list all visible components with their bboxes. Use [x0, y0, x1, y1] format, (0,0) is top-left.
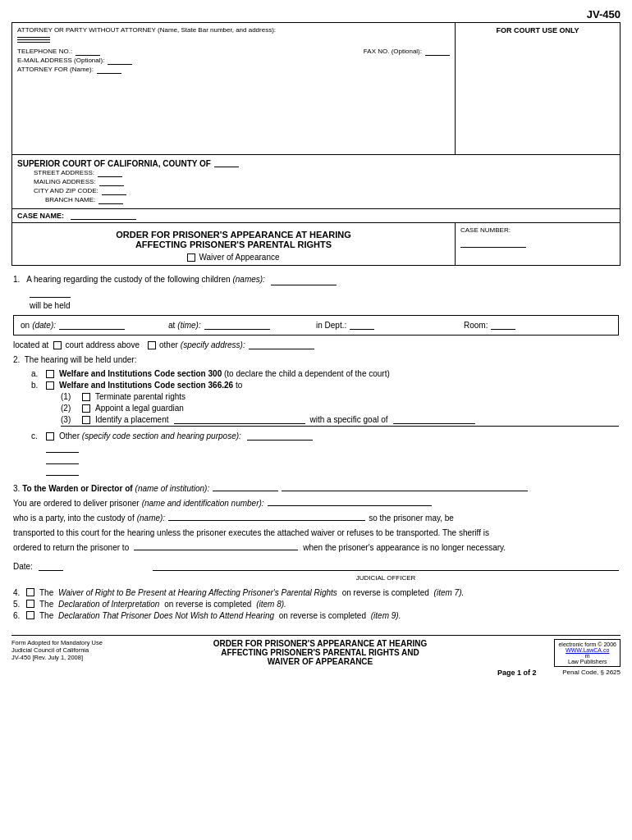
footer-title2: AFFECTING PRISONER'S PARENTAL RIGHTS AND — [143, 648, 497, 657]
case-name-row: CASE NAME: — [11, 209, 621, 223]
item-c-row: c. Other (specify code section and heari… — [31, 431, 619, 441]
item4-row: 4. The Waiver of Right to Be Present at … — [13, 588, 619, 597]
council-text: Judicial Council of California — [11, 646, 143, 654]
dept-cell: in Dept.: — [316, 321, 464, 330]
attorney-for-label: ATTORNEY FOR (Name): — [17, 66, 94, 74]
item5-row: 5. The Declaration of Interpretation on … — [13, 600, 619, 609]
warden-title-row: 3. To the Warden or Director of (name of… — [13, 482, 619, 495]
street-label: STREET ADDRESS: — [17, 169, 94, 177]
at-label: at — [168, 321, 175, 330]
branch-label: BRANCH NAME: — [17, 196, 95, 204]
sub2-checkbox[interactable] — [82, 404, 90, 413]
form-title: JV-450 — [11, 8, 621, 21]
order-title-box: ORDER FOR PRISONER'S APPEARANCE AT HEARI… — [12, 223, 456, 265]
order-title-line1: ORDER FOR PRISONER'S APPEARANCE AT HEARI… — [16, 230, 451, 240]
item6-end: (item 9). — [371, 611, 401, 620]
footer-title3: WAIVER OF APPEARANCE — [143, 657, 497, 666]
waiver-checkbox[interactable] — [187, 253, 195, 262]
so-prisoner: so the prisoner may, be — [369, 512, 454, 524]
party-italic: (name): — [137, 512, 165, 524]
item4-checkbox[interactable] — [26, 588, 34, 596]
footer-title1: ORDER FOR PRISONER'S APPEARANCE AT HEARI… — [143, 639, 497, 648]
attorney-box: ATTORNEY OR PARTY WITHOUT ATTORNEY (Name… — [12, 23, 456, 154]
case-number-box: CASE NUMBER: — [456, 223, 620, 265]
case-name-label: CASE NAME: — [17, 212, 64, 220]
form-num: JV-450 [Rev. July 1, 2008] — [11, 654, 143, 661]
party-row: who is a party, into the custody of (nam… — [13, 512, 619, 524]
court-address-above: court address above — [65, 340, 140, 349]
item5-rest: on reverse is completed — [164, 600, 251, 609]
item4-end: (item 7). — [434, 588, 465, 597]
fax-label: FAX NO. (Optional): — [364, 48, 422, 56]
item-c-checkbox[interactable] — [46, 432, 54, 441]
court-address-checkbox[interactable] — [53, 341, 62, 349]
item6-num: 6. — [13, 611, 26, 620]
court-use-label: FOR COURT USE ONLY — [460, 26, 615, 34]
item5-end: (item 8). — [256, 600, 286, 609]
item1-italic: (names): — [232, 275, 264, 284]
waiver-label: Waiver of Appearance — [199, 253, 279, 262]
deliver-italic: (name and identification number): — [142, 497, 264, 509]
item-a-label: a. — [31, 369, 46, 378]
item-a-text: Welfare and Institutions Code section 30… — [59, 369, 222, 378]
item6-rest: on reverse is completed — [279, 611, 366, 620]
item6-row: 6. The Declaration That Prisoner Does No… — [13, 611, 619, 620]
time-cell: at (time): — [168, 321, 316, 330]
sub2-row: (2) Appoint a legal guardian — [61, 404, 619, 413]
sub2-label: (2) — [61, 404, 82, 413]
room-label: Room: — [464, 321, 488, 330]
court-info-section: SUPERIOR COURT OF CALIFORNIA, COUNTY OF … — [11, 155, 621, 209]
item-b-label: b. — [31, 381, 46, 390]
date-italic: (date): — [32, 321, 56, 330]
transported-row: transported to this court for the hearin… — [13, 527, 619, 539]
item5-checkbox[interactable] — [26, 600, 34, 608]
item2-text: The hearing will be held under: — [25, 355, 137, 364]
electronic-line3: m — [558, 653, 616, 659]
item-a-row: a. Welfare and Institutions Code section… — [31, 369, 619, 378]
location-row: located at court address above other (sp… — [13, 340, 619, 349]
item6-checkbox[interactable] — [26, 611, 34, 619]
item-b-row: b. Welfare and Institutions Code section… — [31, 381, 619, 390]
footer-items: 4. The Waiver of Right to Be Present at … — [13, 588, 619, 620]
date-left: Date: — [13, 562, 136, 571]
sub3-label: (3) — [61, 415, 82, 424]
order-title-line2: AFFECTING PRISONER'S PARENTAL RIGHTS — [16, 240, 451, 249]
sub3-text: Identify a placement — [95, 415, 169, 424]
item3-text: To the Warden or Director of — [22, 482, 132, 495]
superior-court-label: SUPERIOR COURT OF CALIFORNIA, COUNTY OF — [17, 159, 211, 168]
sub3-checkbox[interactable] — [82, 416, 90, 424]
party-text: who is a party, into the custody of — [13, 512, 135, 524]
when-text: when the prisoner's appearance is no lon… — [303, 541, 506, 554]
date-sign-row: Date: — [13, 562, 619, 571]
adopted-text: Form Adopted for Mandatory Use — [11, 639, 143, 646]
item-a-rest: (to declare the child a dependent of the… — [224, 369, 390, 378]
electronic-line1: electronic form © 2006 — [558, 641, 616, 647]
sub1-checkbox[interactable] — [82, 393, 90, 401]
item-c-label: c. — [31, 431, 46, 441]
item-a-checkbox[interactable] — [46, 370, 54, 378]
sub1-label: (1) — [61, 392, 82, 401]
case-number-label: CASE NUMBER: — [460, 226, 615, 234]
item-c-text: Other — [59, 431, 80, 441]
mailing-label: MAILING ADDRESS: — [17, 178, 96, 186]
other-address-checkbox[interactable] — [148, 341, 156, 349]
sub1-text: Terminate parental rights — [95, 392, 185, 401]
page-label: Page 1 of 2 — [497, 669, 537, 677]
sub-items: (1) Terminate parental rights (2) Appoin… — [61, 392, 619, 427]
body-content: 1. A hearing regarding the custody of th… — [11, 266, 621, 628]
dept-label: in Dept.: — [316, 321, 346, 330]
room-cell: Room: — [464, 321, 611, 330]
deliver-text: You are ordered to deliver prisoner — [13, 497, 140, 509]
date-row: on (date): at (time): in Dept.: Room: — [13, 315, 619, 336]
attorney-label: ATTORNEY OR PARTY WITHOUT ATTORNEY (Name… — [17, 26, 450, 34]
item1-text: A hearing regarding the custody of the f… — [26, 275, 231, 284]
electronic-line4: Law Publishers — [558, 659, 616, 664]
judicial-officer-label: JUDICIAL OFFICER — [153, 574, 619, 582]
return-text: ordered to return the prisoner to — [13, 541, 129, 554]
footer-right: electronic form © 2006 WWW.LawCA.co m La… — [497, 639, 621, 677]
item-b-to: to — [236, 381, 242, 390]
item-b-checkbox[interactable] — [46, 381, 54, 390]
item4-text: The — [39, 588, 53, 597]
located-at-label: located at — [13, 340, 48, 349]
transported-text: transported to this court for the hearin… — [13, 527, 489, 539]
